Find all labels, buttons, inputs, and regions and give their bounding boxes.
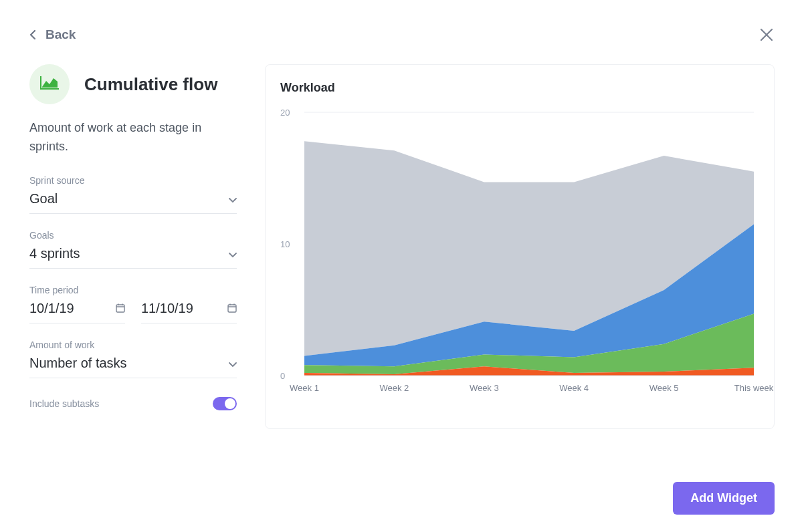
widget-title: Cumulative flow (84, 74, 217, 95)
x-tick-label: Week 3 (470, 383, 499, 393)
goals-value: 4 sprints (29, 246, 80, 261)
x-tick-label: Week 1 (290, 383, 319, 393)
x-tick-label: Week 5 (649, 383, 679, 393)
calendar-icon (116, 301, 125, 316)
close-button[interactable] (759, 27, 775, 43)
x-tick-label: Week 2 (379, 383, 409, 393)
date-from-input[interactable]: 10/1/19 (29, 301, 125, 323)
calendar-icon (227, 301, 237, 316)
date-to-input[interactable]: 11/10/19 (141, 301, 237, 323)
include-subtasks-label: Include subtasks (29, 398, 99, 409)
add-widget-button[interactable]: Add Widget (673, 482, 775, 515)
sprint-source-value: Goal (29, 191, 58, 207)
y-tick-label: 20 (280, 108, 290, 118)
field-label-amount-of-work: Amount of work (29, 340, 237, 350)
chart-plot: 01020Week 1Week 2Week 3Week 4Week 5This … (280, 107, 759, 394)
back-label: Back (45, 27, 76, 42)
svg-rect-2 (116, 305, 124, 312)
date-from-value: 10/1/19 (29, 301, 74, 316)
x-tick-label: Week 4 (559, 383, 589, 393)
sprint-source-select[interactable]: Goal (29, 191, 237, 214)
back-button[interactable]: Back (29, 27, 76, 42)
include-subtasks-toggle[interactable] (213, 397, 237, 410)
chart-title: Workload (280, 81, 759, 95)
widget-description: Amount of work at each stage in sprints. (29, 119, 237, 156)
toggle-knob (225, 398, 235, 409)
field-label-time-period: Time period (29, 285, 237, 295)
area-chart-icon (40, 76, 59, 92)
config-panel: Cumulative flow Amount of work at each s… (29, 64, 237, 429)
field-label-sprint-source: Sprint source (29, 175, 237, 186)
chevron-down-icon (229, 356, 237, 371)
chevron-down-icon (229, 191, 237, 207)
date-to-value: 11/10/19 (141, 301, 193, 316)
chevron-down-icon (229, 246, 237, 261)
field-label-goals: Goals (29, 230, 237, 241)
goals-select[interactable]: 4 sprints (29, 246, 237, 269)
y-tick-label: 10 (280, 239, 290, 249)
x-tick-label: This week (734, 383, 774, 393)
amount-of-work-select[interactable]: Number of tasks (29, 356, 237, 378)
chart-card: Workload 01020Week 1Week 2Week 3Week 4We… (265, 64, 775, 429)
widget-type-icon-wrapper (29, 64, 70, 104)
chevron-left-icon (29, 30, 36, 39)
close-icon (759, 27, 775, 43)
svg-rect-6 (228, 305, 236, 312)
amount-of-work-value: Number of tasks (29, 356, 127, 371)
